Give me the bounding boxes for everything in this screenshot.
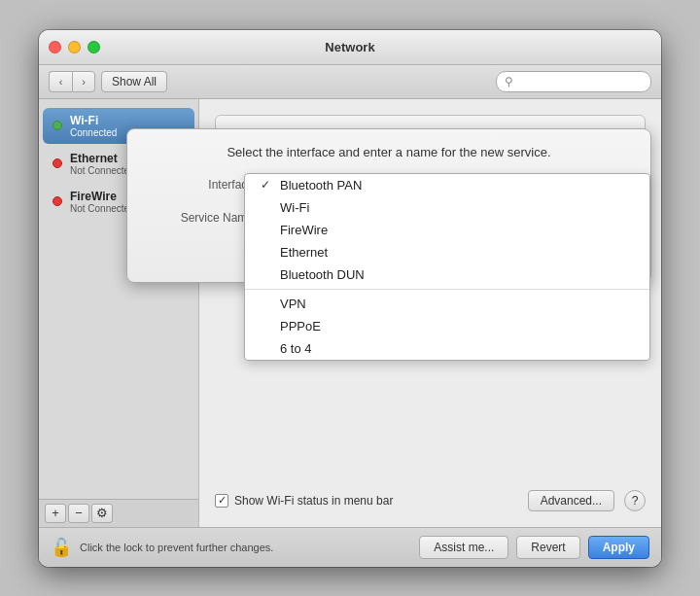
- close-button[interactable]: [49, 41, 61, 53]
- sidebar-item-status-wifi: Connected: [70, 127, 117, 138]
- sidebar-item-status-ethernet: Not Connected: [70, 165, 135, 176]
- interface-dropdown-menu: ✓ Bluetooth PAN Wi-Fi FireWire: [244, 173, 650, 361]
- dropdown-item-wifi[interactable]: Wi-Fi: [245, 196, 649, 219]
- dropdown-item-vpn[interactable]: VPN: [245, 293, 649, 315]
- toolbar: ‹ › Show All ⚲: [39, 65, 661, 99]
- gear-button[interactable]: ⚙: [91, 504, 113, 523]
- main-content: Wi-Fi Connected Ethernet Not Connected F…: [39, 99, 661, 527]
- back-button[interactable]: ‹: [49, 71, 72, 92]
- apply-button[interactable]: Apply: [588, 536, 649, 559]
- sidebar-item-name-wifi: Wi-Fi: [70, 114, 117, 127]
- maximize-button[interactable]: [88, 41, 100, 53]
- title-bar: Network: [39, 30, 661, 65]
- sidebar-item-name-ethernet: Ethernet: [70, 152, 135, 165]
- dropdown-item-bluetooth-dun[interactable]: Bluetooth DUN: [245, 263, 649, 286]
- sidebar-item-name-firewire: FireWire: [70, 190, 135, 203]
- sidebar-toolbar: + − ⚙: [39, 499, 198, 527]
- revert-button[interactable]: Revert: [516, 536, 579, 559]
- network-window: Network ‹ › Show All ⚲ Wi-Fi Connected: [39, 30, 661, 567]
- dialog-title: Select the interface and enter a name fo…: [147, 145, 631, 159]
- search-icon: ⚲: [505, 75, 513, 88]
- nav-buttons: ‹ ›: [49, 71, 95, 92]
- window-title: Network: [325, 40, 374, 54]
- lock-icon[interactable]: 🔓: [51, 537, 72, 558]
- assist-button[interactable]: Assist me...: [419, 536, 508, 559]
- status-dot-ethernet: [52, 158, 62, 168]
- dropdown-item-pppoe[interactable]: PPPoE: [245, 315, 649, 337]
- dropdown-item-firewire[interactable]: FireWire: [245, 219, 649, 241]
- show-wifi-label: Show Wi-Fi status in menu bar: [234, 494, 393, 508]
- show-wifi-checkbox[interactable]: ✓: [215, 494, 228, 508]
- dropdown-separator: [245, 289, 649, 290]
- status-dot-wifi: [52, 121, 62, 130]
- remove-service-button[interactable]: −: [68, 504, 89, 523]
- show-wifi-bar: ✓ Show Wi-Fi status in menu bar Advanced…: [215, 482, 646, 511]
- search-input[interactable]: [517, 75, 643, 88]
- lock-label: Click the lock to prevent further change…: [80, 542, 411, 553]
- dropdown-item-bluetooth-pan[interactable]: ✓ Bluetooth PAN: [245, 174, 649, 196]
- show-all-button[interactable]: Show All: [101, 71, 167, 92]
- dropdown-item-ethernet[interactable]: Ethernet: [245, 241, 649, 263]
- traffic-lights: [49, 41, 100, 53]
- new-service-dialog: Select the interface and enter a name fo…: [126, 128, 651, 283]
- interface-row: Interface Bluetooth PAN ▼ ✓ Bluetooth PA…: [147, 173, 631, 196]
- add-service-button[interactable]: +: [45, 504, 66, 523]
- search-box: ⚲: [496, 71, 651, 92]
- help-button[interactable]: ?: [624, 490, 646, 511]
- status-dot-firewire: [52, 196, 62, 206]
- forward-button[interactable]: ›: [72, 71, 95, 92]
- minimize-button[interactable]: [68, 41, 81, 53]
- interface-dropdown-wrapper: Bluetooth PAN ▼ ✓ Bluetooth PAN Wi-Fi: [263, 173, 631, 196]
- advanced-button[interactable]: Advanced...: [528, 490, 614, 511]
- dropdown-item-6to4[interactable]: 6 to 4: [245, 337, 649, 360]
- service-name-label: Service Name: [147, 211, 254, 225]
- bottom-bar: 🔓 Click the lock to prevent further chan…: [39, 527, 661, 567]
- sidebar-item-status-firewire: Not Connected: [70, 203, 135, 214]
- interface-label: Interface: [147, 178, 254, 192]
